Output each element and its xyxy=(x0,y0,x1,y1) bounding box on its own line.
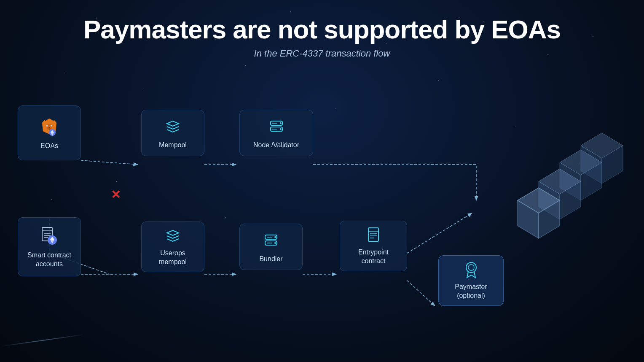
bundler-icon-container xyxy=(260,230,282,251)
svg-point-17 xyxy=(280,128,282,130)
mempool-node: Mempool xyxy=(141,110,204,156)
paymaster-icon xyxy=(462,261,480,279)
userops-icon-container xyxy=(161,227,184,246)
bundler-icon xyxy=(262,232,280,250)
main-content: Paymasters are not supported by EOAs In … xyxy=(0,0,644,362)
blocked-x-mark: ✕ xyxy=(111,188,121,202)
blockchain-cubes xyxy=(505,124,631,285)
userops-node: Userops mempool xyxy=(141,222,204,272)
entrypoint-icon-container xyxy=(362,226,385,245)
entrypoint-label: Entrypoint contract xyxy=(347,248,400,266)
sca-node: Smart contract accounts xyxy=(18,217,81,276)
userops-icon xyxy=(164,227,182,246)
diagram-area: ✕ xyxy=(13,82,644,362)
svg-point-9 xyxy=(51,125,52,126)
paymaster-icon-container xyxy=(460,261,483,279)
paymaster-node: Paymaster (optional) xyxy=(438,255,504,306)
svg-point-32 xyxy=(468,265,474,270)
entrypoint-node: Entrypoint contract xyxy=(340,221,407,271)
mempool-icon-container xyxy=(161,116,184,138)
svg-point-31 xyxy=(466,262,476,273)
blockchain-cubes-svg xyxy=(505,124,631,285)
userops-label: Userops mempool xyxy=(148,249,197,267)
svg-point-15 xyxy=(280,122,282,124)
validator-label: Node /Validator xyxy=(253,141,299,150)
validator-icon-container xyxy=(265,116,288,138)
title-section: Paymasters are not supported by EOAs In … xyxy=(0,0,644,59)
subtitle: In the ERC-4337 transaction flow xyxy=(0,48,644,59)
entrypoint-icon xyxy=(364,226,383,245)
svg-point-8 xyxy=(47,125,48,126)
sca-label: Smart contract accounts xyxy=(25,251,74,269)
main-title: Paymasters are not supported by EOAs xyxy=(0,15,644,44)
sca-icon-container xyxy=(38,225,61,248)
svg-point-10 xyxy=(49,127,50,128)
bundler-label: Bundler xyxy=(259,255,282,264)
validator-icon xyxy=(267,118,286,136)
mempool-label: Mempool xyxy=(159,141,187,150)
svg-rect-30 xyxy=(368,228,378,241)
sca-icon xyxy=(39,226,60,247)
svg-point-25 xyxy=(274,236,276,238)
eoas-node: EOAs xyxy=(18,105,81,160)
paymaster-label: Paymaster (optional) xyxy=(445,283,496,300)
validator-node: Node /Validator xyxy=(239,110,313,156)
metamask-icon-container xyxy=(38,116,61,138)
svg-point-27 xyxy=(274,242,276,244)
bundler-node: Bundler xyxy=(239,224,303,270)
metamask-icon xyxy=(39,116,60,138)
mempool-icon xyxy=(164,118,182,136)
eoas-label: EOAs xyxy=(40,142,58,151)
